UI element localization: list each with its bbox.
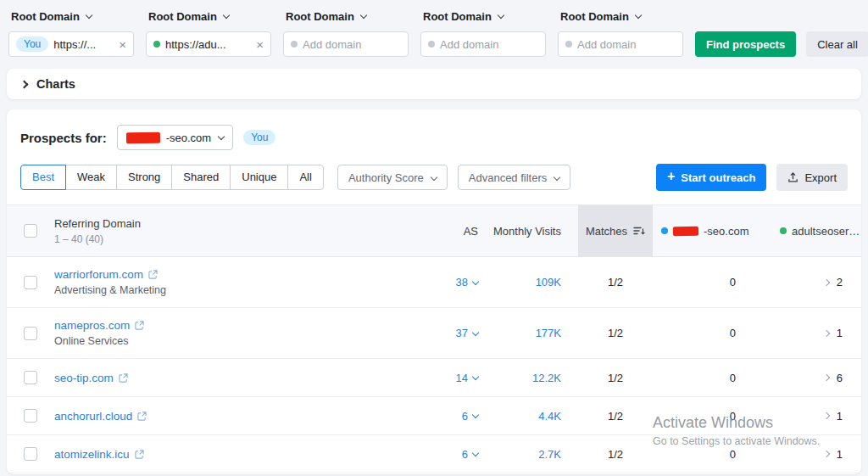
filter-column-1: Root Domain You https://... × bbox=[8, 8, 134, 57]
root-domain-label: Root Domain bbox=[148, 10, 217, 23]
authority-score-dropdown[interactable]: Authority Score bbox=[337, 165, 448, 190]
as-header[interactable]: AS bbox=[426, 225, 485, 238]
you-count-cell: 0 bbox=[653, 448, 771, 461]
monthly-visits-value[interactable]: 109K bbox=[536, 276, 561, 288]
authority-score-label: Authority Score bbox=[348, 171, 424, 184]
referring-domain-header: Referring Domain 1 – 40 (40) bbox=[54, 217, 426, 245]
root-domain-dropdown-4[interactable]: Root Domain bbox=[423, 10, 546, 23]
clear-all-button[interactable]: Clear all bbox=[806, 31, 868, 57]
advanced-filters-dropdown[interactable]: Advanced filters bbox=[458, 165, 571, 190]
matches-label: Matches bbox=[586, 225, 627, 238]
you-badge: You bbox=[16, 36, 48, 52]
competitor-expand-link[interactable]: 1 bbox=[824, 410, 843, 423]
domain-link[interactable]: seo-tip.com bbox=[54, 372, 128, 384]
as-value: 6 bbox=[462, 410, 468, 423]
tab-unique[interactable]: Unique bbox=[230, 165, 288, 190]
domain-link[interactable]: namepros.com bbox=[54, 319, 144, 332]
as-value-dropdown[interactable]: 6 bbox=[462, 448, 478, 461]
add-domain-input[interactable] bbox=[577, 38, 676, 51]
chevron-down-icon bbox=[86, 12, 92, 19]
find-prospects-button[interactable]: Find prospects bbox=[695, 31, 796, 57]
matches-header-sorted[interactable]: Matches bbox=[578, 205, 653, 256]
external-link-icon bbox=[135, 450, 144, 459]
you-badge: You bbox=[243, 130, 275, 145]
row-checkbox[interactable] bbox=[24, 327, 37, 340]
domain-link[interactable]: atomizelink.icu bbox=[54, 448, 144, 461]
monthly-visits-header[interactable]: Monthly Visits bbox=[485, 225, 578, 238]
domain-link[interactable]: warriorforum.com bbox=[54, 268, 158, 281]
blue-dot-icon bbox=[661, 227, 668, 234]
monthly-visits-value[interactable]: 12.2K bbox=[532, 372, 561, 384]
monthly-visits-cell: 4.4K bbox=[485, 410, 578, 423]
monthly-visits-cell: 12.2K bbox=[485, 372, 578, 384]
table-row: seo-tip.com 14 12.2K 1/2 0 6 bbox=[7, 359, 861, 397]
close-icon[interactable]: × bbox=[119, 38, 126, 51]
competitor-column-header: adultseoserv... bbox=[771, 225, 861, 238]
root-domain-dropdown-5[interactable]: Root Domain bbox=[560, 10, 683, 23]
chevron-down-icon bbox=[223, 12, 230, 19]
domain-filters-bar: Root Domain You https://... × Root Domai… bbox=[0, 0, 868, 69]
as-value-dropdown[interactable]: 6 bbox=[462, 410, 478, 423]
matches-cell: 1/2 bbox=[578, 448, 653, 461]
table-row: anchorurl.cloud 6 4.4K 1/2 0 1 bbox=[7, 397, 861, 435]
sort-descending-icon bbox=[633, 226, 645, 236]
close-icon[interactable]: × bbox=[256, 38, 264, 51]
referring-domain-cell: atomizelink.icu bbox=[54, 448, 426, 461]
root-domain-dropdown-3[interactable]: Root Domain bbox=[286, 10, 409, 23]
add-domain-input[interactable] bbox=[303, 38, 401, 51]
tab-best[interactable]: Best bbox=[20, 165, 66, 190]
domain-input-empty-1[interactable] bbox=[283, 31, 409, 57]
select-all-checkbox[interactable] bbox=[24, 224, 37, 238]
domain-input-competitor-1[interactable]: https://adu... × bbox=[146, 31, 271, 57]
monthly-visits-value[interactable]: 4.4K bbox=[538, 410, 561, 423]
competitor-expand-link[interactable]: 6 bbox=[824, 372, 843, 384]
domain-input-empty-3[interactable] bbox=[558, 31, 683, 57]
tab-shared[interactable]: Shared bbox=[171, 165, 231, 190]
competitor-expand-link[interactable]: 1 bbox=[824, 327, 843, 339]
row-checkbox[interactable] bbox=[24, 371, 37, 384]
monthly-visits-value[interactable]: 177K bbox=[536, 327, 561, 339]
start-outreach-button[interactable]: + Start outreach bbox=[656, 164, 766, 191]
charts-collapsible-panel[interactable]: Charts bbox=[7, 69, 861, 99]
competitor-count: 1 bbox=[837, 448, 843, 461]
row-checkbox-cell bbox=[7, 409, 54, 423]
domain-value: https://... bbox=[53, 38, 114, 51]
competitor-domain: adultseoserv... bbox=[792, 225, 861, 238]
row-checkbox[interactable] bbox=[24, 447, 37, 461]
tab-weak[interactable]: Weak bbox=[65, 165, 117, 190]
as-value-dropdown[interactable]: 14 bbox=[456, 372, 478, 384]
export-button[interactable]: Export bbox=[776, 164, 848, 191]
domain-text: namepros.com bbox=[54, 319, 130, 332]
advanced-filters-label: Advanced filters bbox=[469, 171, 548, 184]
row-checkbox-cell bbox=[7, 447, 54, 461]
tab-all[interactable]: All bbox=[287, 165, 323, 190]
chevron-down-icon bbox=[218, 132, 225, 139]
prospects-domain-select[interactable]: -seo.com bbox=[117, 125, 233, 150]
table-row: warriorforum.com Advertising & Marketing… bbox=[7, 257, 861, 308]
root-domain-label: Root Domain bbox=[11, 10, 80, 23]
domain-input-empty-2[interactable] bbox=[420, 31, 546, 57]
referring-domain-title: Referring Domain bbox=[54, 217, 426, 230]
as-value-dropdown[interactable]: 37 bbox=[456, 327, 478, 339]
competitor-count-cell: 1 bbox=[771, 327, 861, 339]
top-actions: Find prospects Clear all bbox=[695, 31, 868, 57]
competitor-expand-link[interactable]: 1 bbox=[824, 448, 843, 461]
row-checkbox[interactable] bbox=[24, 276, 37, 289]
root-domain-dropdown-1[interactable]: Root Domain bbox=[11, 10, 134, 23]
matches-cell: 1/2 bbox=[578, 410, 653, 423]
row-checkbox[interactable] bbox=[24, 409, 37, 423]
competitor-count-cell: 6 bbox=[771, 372, 861, 384]
monthly-visits-value[interactable]: 2.7K bbox=[538, 448, 561, 461]
add-domain-input[interactable] bbox=[440, 38, 538, 51]
as-value-dropdown[interactable]: 38 bbox=[456, 276, 478, 288]
competitor-expand-link[interactable]: 2 bbox=[824, 276, 843, 288]
domain-input-you[interactable]: You https://... × bbox=[8, 31, 134, 57]
table-row: namepros.com Online Services 37 177K 1/2… bbox=[7, 308, 861, 359]
domain-link[interactable]: anchorurl.cloud bbox=[54, 410, 147, 423]
root-domain-dropdown-2[interactable]: Root Domain bbox=[148, 10, 271, 23]
as-cell: 38 bbox=[426, 276, 485, 288]
chevron-right-icon bbox=[823, 374, 830, 381]
charts-panel-title: Charts bbox=[36, 77, 75, 91]
tab-strong[interactable]: Strong bbox=[116, 165, 172, 190]
root-domain-label: Root Domain bbox=[286, 10, 354, 23]
